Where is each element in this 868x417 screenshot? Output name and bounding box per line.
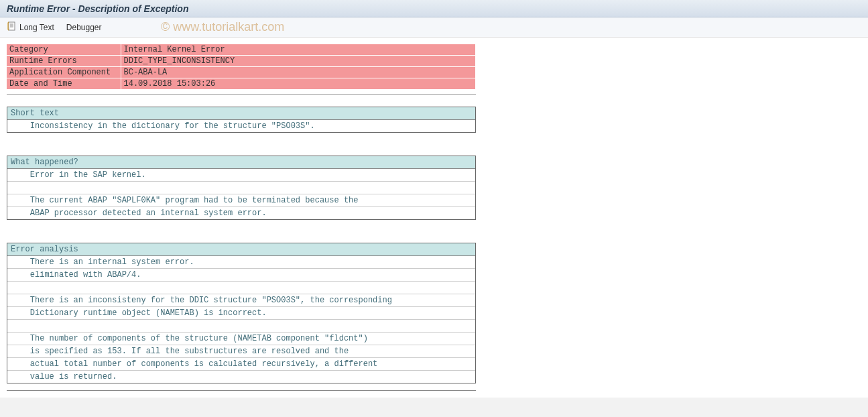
info-label: Date and Time bbox=[7, 78, 121, 90]
info-row: CategoryInternal Kernel Error bbox=[7, 44, 476, 56]
long-text-label: Long Text bbox=[19, 23, 54, 32]
error-analysis-section: Error analysis There is an internal syst… bbox=[7, 243, 476, 383]
section-line: is specified as 153. If all the substruc… bbox=[7, 345, 475, 358]
short-text-header: Short text bbox=[7, 107, 475, 120]
section-line: Dictionary runtime object (NAMETAB) is i… bbox=[7, 307, 475, 320]
info-row: Runtime ErrorsDDIC_TYPE_INCONSISTENCY bbox=[7, 56, 476, 67]
section-line: Error in the SAP kernel. bbox=[7, 169, 475, 182]
info-label: Category bbox=[7, 44, 121, 56]
debugger-button[interactable]: Debugger bbox=[66, 23, 102, 32]
info-value: 14.09.2018 15:03:26 bbox=[121, 78, 476, 90]
info-row: Application ComponentBC-ABA-LA bbox=[7, 67, 476, 78]
info-label: Application Component bbox=[7, 67, 121, 78]
document-icon bbox=[7, 21, 17, 34]
divider bbox=[7, 94, 476, 95]
info-label: Runtime Errors bbox=[7, 56, 121, 67]
toolbar: Long Text Debugger bbox=[0, 17, 868, 38]
what-happened-body: Error in the SAP kernel. The current ABA… bbox=[7, 169, 475, 219]
section-line: The current ABAP "SAPLF0KA" program had … bbox=[7, 194, 475, 207]
bottom-divider bbox=[7, 390, 476, 391]
content-area: CategoryInternal Kernel ErrorRuntime Err… bbox=[0, 38, 868, 398]
section-line: ABAP processor detected an internal syst… bbox=[7, 207, 475, 219]
long-text-button[interactable]: Long Text bbox=[7, 21, 54, 34]
what-happened-header: What happened? bbox=[7, 156, 475, 169]
info-value: BC-ABA-LA bbox=[121, 67, 476, 78]
debugger-label: Debugger bbox=[66, 23, 102, 32]
section-line: actual total number of components is cal… bbox=[7, 358, 475, 371]
info-value: DDIC_TYPE_INCONSISTENCY bbox=[121, 56, 476, 67]
section-line: value is returned. bbox=[7, 371, 475, 383]
section-line: The number of components of the structur… bbox=[7, 333, 475, 345]
error-info-table: CategoryInternal Kernel ErrorRuntime Err… bbox=[7, 44, 476, 90]
section-line: eliminated with ABAP/4. bbox=[7, 269, 475, 282]
section-line: There is an inconsisteny for the DDIC st… bbox=[7, 294, 475, 307]
section-line bbox=[7, 182, 475, 194]
what-happened-section: What happened? Error in the SAP kernel. … bbox=[7, 156, 476, 220]
error-analysis-header: Error analysis bbox=[7, 243, 475, 256]
section-line: Inconsistency in the dictionary for the … bbox=[7, 120, 475, 132]
short-text-section: Short text Inconsistency in the dictiona… bbox=[7, 107, 476, 133]
info-row: Date and Time14.09.2018 15:03:26 bbox=[7, 78, 476, 90]
section-line bbox=[7, 320, 475, 333]
short-text-body: Inconsistency in the dictionary for the … bbox=[7, 120, 475, 132]
svg-rect-0 bbox=[9, 22, 15, 30]
section-line bbox=[7, 282, 475, 294]
error-analysis-body: There is an internal system error. elimi… bbox=[7, 256, 475, 383]
info-value: Internal Kernel Error bbox=[121, 44, 476, 56]
title-bar: Runtime Error - Description of Exception bbox=[0, 0, 868, 17]
section-line: There is an internal system error. bbox=[7, 256, 475, 269]
window-title: Runtime Error - Description of Exception bbox=[7, 3, 188, 14]
